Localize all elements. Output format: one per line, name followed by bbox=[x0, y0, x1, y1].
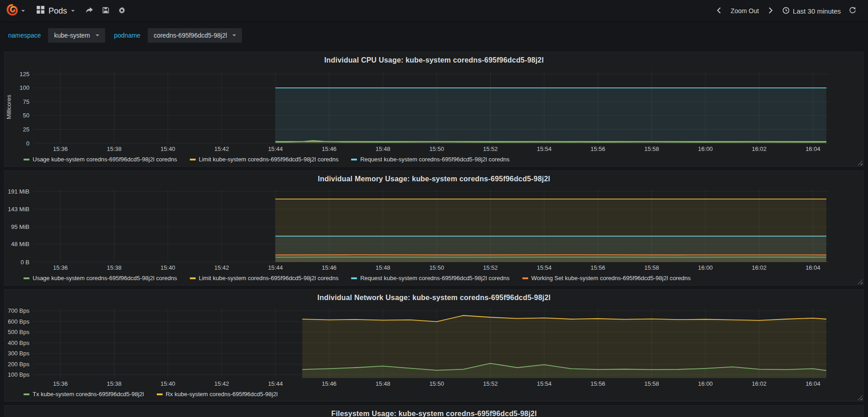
variable-namespace: namespace kube-system bbox=[6, 28, 105, 43]
svg-text:15:42: 15:42 bbox=[214, 145, 229, 152]
svg-text:15:40: 15:40 bbox=[160, 264, 175, 271]
svg-text:100: 100 bbox=[19, 84, 29, 91]
zoom-out-button[interactable]: Zoom Out bbox=[728, 4, 762, 18]
svg-text:16:00: 16:00 bbox=[698, 145, 713, 152]
legend-label: Request kube-system coredns-695f96dcd5-9… bbox=[360, 275, 510, 281]
legend-item[interactable]: Usage kube-system coredns-695f96dcd5-98j… bbox=[24, 156, 177, 163]
settings-button[interactable] bbox=[114, 3, 130, 19]
legend-item[interactable]: Limit kube-system coredns-695f96dcd5-98j… bbox=[190, 275, 339, 281]
legend-item[interactable]: Request kube-system coredns-695f96dcd5-9… bbox=[351, 275, 510, 281]
refresh-icon bbox=[849, 7, 856, 15]
cpu-legend: Usage kube-system coredns-695f96dcd5-98j… bbox=[5, 154, 863, 165]
svg-text:191 MiB: 191 MiB bbox=[8, 188, 29, 195]
svg-text:15:48: 15:48 bbox=[376, 145, 391, 152]
svg-text:15:52: 15:52 bbox=[483, 380, 498, 387]
svg-text:16:02: 16:02 bbox=[752, 145, 767, 152]
dashboard-picker[interactable]: Pods bbox=[30, 2, 81, 19]
svg-text:50: 50 bbox=[23, 112, 29, 119]
svg-text:15:50: 15:50 bbox=[429, 264, 444, 271]
legend-item[interactable]: Request kube-system coredns-695f96dcd5-9… bbox=[351, 156, 510, 163]
time-range-label: Last 30 minutes bbox=[793, 7, 841, 15]
legend-color-swatch bbox=[24, 393, 29, 395]
time-forward-button[interactable] bbox=[762, 3, 779, 19]
time-range-button[interactable]: Last 30 minutes bbox=[780, 3, 844, 19]
variable-namespace-value: kube-system bbox=[54, 32, 90, 39]
svg-text:15:52: 15:52 bbox=[483, 145, 498, 152]
svg-text:15:44: 15:44 bbox=[268, 264, 283, 271]
variable-podname-dropdown[interactable]: coredns-695f96dcd5-98j2l bbox=[148, 28, 242, 43]
svg-text:16:02: 16:02 bbox=[752, 380, 767, 387]
network-usage-chart[interactable]: 15:3615:3815:4015:4215:4415:4615:4815:50… bbox=[5, 305, 863, 389]
legend-label: Request kube-system coredns-695f96dcd5-9… bbox=[360, 156, 510, 163]
svg-text:15:38: 15:38 bbox=[107, 264, 122, 271]
svg-text:400 Bps: 400 Bps bbox=[8, 339, 29, 346]
variable-namespace-dropdown[interactable]: kube-system bbox=[48, 28, 105, 43]
legend-item[interactable]: Limit kube-system coredns-695f96dcd5-98j… bbox=[190, 156, 339, 163]
legend-item[interactable]: Tx kube-system coredns-695f96dcd5-98j2l bbox=[24, 391, 144, 398]
panel-title-cpu[interactable]: Individual CPU Usage: kube-system coredn… bbox=[5, 53, 863, 67]
grafana-logo[interactable] bbox=[4, 3, 30, 19]
cpu-usage-chart[interactable]: 15:3615:3815:4015:4215:4415:4615:4815:50… bbox=[5, 67, 863, 154]
svg-text:15:56: 15:56 bbox=[591, 145, 606, 152]
chevron-right-icon bbox=[768, 7, 773, 15]
variable-podname-value: coredns-695f96dcd5-98j2l bbox=[154, 32, 227, 39]
legend-item[interactable]: Usage kube-system coredns-695f96dcd5-98j… bbox=[24, 275, 177, 281]
share-icon bbox=[86, 7, 93, 15]
legend-item[interactable]: Working Set kube-system coredns-695f96dc… bbox=[522, 275, 691, 281]
svg-text:15:56: 15:56 bbox=[591, 380, 606, 387]
svg-text:15:42: 15:42 bbox=[214, 380, 229, 387]
svg-text:500 Bps: 500 Bps bbox=[8, 329, 29, 335]
svg-text:75: 75 bbox=[23, 98, 29, 105]
svg-text:16:04: 16:04 bbox=[805, 264, 820, 271]
save-button[interactable] bbox=[97, 3, 114, 19]
time-back-button[interactable] bbox=[711, 3, 727, 19]
legend-color-swatch bbox=[24, 277, 29, 279]
network-legend: Tx kube-system coredns-695f96dcd5-98j2lR… bbox=[5, 389, 863, 400]
svg-text:15:50: 15:50 bbox=[429, 145, 444, 152]
svg-text:15:56: 15:56 bbox=[591, 264, 606, 271]
legend-label: Tx kube-system coredns-695f96dcd5-98j2l bbox=[33, 391, 144, 398]
svg-text:16:00: 16:00 bbox=[698, 264, 713, 271]
svg-text:0 B: 0 B bbox=[20, 259, 29, 266]
gear-icon bbox=[118, 7, 125, 15]
dashboard-picker-caret-icon bbox=[71, 10, 75, 12]
panel-title-filesystem[interactable]: Filesystem Usage: kube-system coredns-69… bbox=[5, 407, 863, 417]
variable-podname-label: podname bbox=[112, 29, 142, 42]
panel-network: Individual Network Usage: kube-system co… bbox=[4, 289, 864, 402]
legend-label: Limit kube-system coredns-695f96dcd5-98j… bbox=[199, 156, 339, 163]
panel-cpu: Individual CPU Usage: kube-system coredn… bbox=[4, 52, 864, 167]
svg-text:15:50: 15:50 bbox=[429, 380, 444, 387]
grafana-flame-icon bbox=[5, 3, 19, 19]
svg-text:143 MiB: 143 MiB bbox=[8, 206, 29, 213]
svg-text:25: 25 bbox=[23, 126, 29, 133]
panel-title-network[interactable]: Individual Network Usage: kube-system co… bbox=[5, 291, 863, 305]
svg-text:200 Bps: 200 Bps bbox=[8, 361, 29, 368]
svg-text:95 MiB: 95 MiB bbox=[11, 223, 29, 230]
svg-text:15:44: 15:44 bbox=[268, 380, 283, 387]
legend-label: Limit kube-system coredns-695f96dcd5-98j… bbox=[199, 275, 339, 281]
share-button[interactable] bbox=[81, 3, 97, 19]
clock-icon bbox=[782, 7, 790, 15]
svg-text:15:46: 15:46 bbox=[322, 264, 337, 271]
svg-text:15:54: 15:54 bbox=[537, 380, 552, 387]
memory-usage-chart[interactable]: 15:3615:3815:4015:4215:4415:4615:4815:50… bbox=[5, 186, 863, 273]
svg-text:15:40: 15:40 bbox=[160, 380, 175, 387]
caret-down-icon bbox=[96, 34, 99, 36]
refresh-button[interactable] bbox=[844, 3, 861, 19]
svg-text:15:54: 15:54 bbox=[537, 145, 552, 152]
variable-namespace-label: namespace bbox=[6, 29, 43, 42]
panel-filesystem: Filesystem Usage: kube-system coredns-69… bbox=[4, 405, 864, 417]
chart-svg: 15:3615:3815:4015:4215:4415:4615:4815:50… bbox=[5, 67, 863, 154]
svg-text:15:46: 15:46 bbox=[322, 145, 337, 152]
svg-text:16:04: 16:04 bbox=[805, 380, 820, 387]
dashboard-title: Pods bbox=[48, 6, 67, 16]
svg-text:300 Bps: 300 Bps bbox=[8, 350, 29, 357]
svg-text:15:58: 15:58 bbox=[644, 380, 659, 387]
panel-title-memory[interactable]: Individual Memory Usage: kube-system cor… bbox=[5, 172, 863, 186]
legend-item[interactable]: Rx kube-system coredns-695f96dcd5-98j2l bbox=[157, 391, 278, 398]
panel-memory: Individual Memory Usage: kube-system cor… bbox=[4, 170, 864, 286]
svg-text:15:36: 15:36 bbox=[53, 264, 68, 271]
svg-text:15:42: 15:42 bbox=[214, 264, 229, 271]
svg-text:125: 125 bbox=[19, 71, 29, 78]
dashboard-panels: Individual CPU Usage: kube-system coredn… bbox=[0, 48, 868, 417]
